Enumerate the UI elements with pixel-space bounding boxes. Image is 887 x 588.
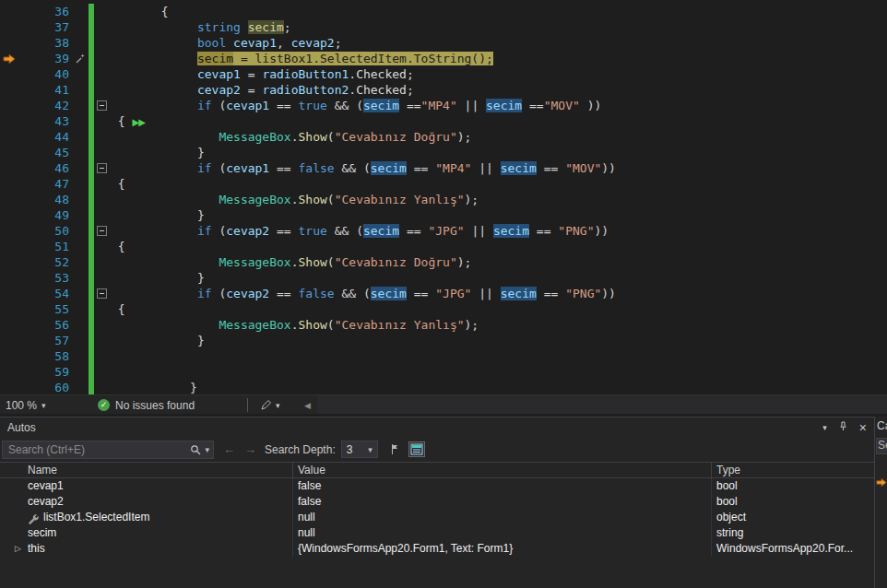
breakpoint-margin[interactable] xyxy=(0,223,18,239)
line-number[interactable]: 56 xyxy=(18,317,74,333)
code-line-55[interactable]: 55 { xyxy=(0,301,887,317)
line-number[interactable]: 36 xyxy=(18,4,74,19)
breakpoint-margin[interactable] xyxy=(0,19,18,35)
flag-icon[interactable] xyxy=(389,443,401,455)
line-number[interactable]: 38 xyxy=(18,35,74,51)
breakpoint-margin[interactable] xyxy=(0,317,18,333)
breakpoint-margin[interactable] xyxy=(0,129,18,145)
code-line-37[interactable]: 37 string secim; xyxy=(0,19,887,35)
breakpoint-margin[interactable] xyxy=(0,364,18,380)
search-next-icon[interactable]: → xyxy=(244,442,256,456)
line-number[interactable]: 57 xyxy=(18,333,74,348)
code-line-40[interactable]: 40 cevap1 = radioButton1.Checked; xyxy=(0,66,887,82)
code-line-44[interactable]: 44 MessageBox.Show("Cevabınız Doğru"); xyxy=(0,129,887,145)
breakpoint-margin[interactable] xyxy=(0,66,18,82)
autos-panel-header[interactable]: Autos ▾ × xyxy=(0,417,874,437)
line-number[interactable]: 59 xyxy=(18,364,74,380)
line-number[interactable]: 41 xyxy=(18,82,74,98)
variable-value[interactable]: false xyxy=(293,478,712,494)
side-panel-sliver[interactable]: Ca Se xyxy=(874,417,887,588)
code-health-indicator[interactable]: ✓ No issues found xyxy=(98,395,195,415)
code-line-47[interactable]: 47 { xyxy=(0,176,887,192)
line-number[interactable]: 40 xyxy=(18,66,74,82)
code-line-60[interactable]: 60 } xyxy=(0,380,887,394)
code-line-50[interactable]: 50 if (cevap2 == true && (secim == "JPG"… xyxy=(0,223,887,239)
line-number[interactable]: 50 xyxy=(18,223,74,239)
breakpoint-margin[interactable] xyxy=(0,4,18,19)
line-number[interactable]: 48 xyxy=(18,192,74,207)
code-line-49[interactable]: 49 } xyxy=(0,207,887,223)
line-number[interactable]: 58 xyxy=(18,348,74,364)
breakpoint-margin[interactable] xyxy=(0,192,18,207)
code-line-53[interactable]: 53 } xyxy=(0,270,887,286)
code-line-51[interactable]: 51 { xyxy=(0,239,887,254)
current-statement-breakpoint-icon[interactable] xyxy=(0,51,18,66)
fold-collapse-box[interactable] xyxy=(94,223,111,239)
breakpoint-margin[interactable] xyxy=(0,301,18,317)
autos-row-cevap2[interactable]: cevap2falsebool xyxy=(0,494,874,510)
autos-row-cevap1[interactable]: cevap1falsebool xyxy=(0,478,874,494)
breakpoint-margin[interactable] xyxy=(0,380,18,394)
code-line-52[interactable]: 52 MessageBox.Show("Cevabınız Doğru"); xyxy=(0,254,887,270)
search-input[interactable]: Search (Ctrl+E) ▾ xyxy=(2,441,214,459)
breakpoint-margin[interactable] xyxy=(0,348,18,364)
variable-value[interactable]: {WindowsFormsApp20.Form1, Text: Form1} xyxy=(293,541,712,557)
code-line-36[interactable]: 36 { xyxy=(0,4,887,19)
code-line-41[interactable]: 41 cevap2 = radioButton2.Checked; xyxy=(0,82,887,98)
breakpoint-margin[interactable] xyxy=(0,160,18,176)
breakpoint-margin[interactable] xyxy=(0,82,18,98)
breakpoint-margin[interactable] xyxy=(0,270,18,286)
line-number[interactable]: 42 xyxy=(18,98,74,113)
code-editor[interactable]: 36 {37 string secim;38 bool cevap1, ceva… xyxy=(0,0,887,394)
breakpoint-margin[interactable] xyxy=(0,113,18,129)
search-depth-select[interactable]: 3 ▾ xyxy=(341,441,378,458)
autos-row-listbox1-selecteditem[interactable]: listBox1.SelectedItemnullobject xyxy=(0,510,874,525)
breakpoint-margin[interactable] xyxy=(0,333,18,348)
window-position-icon[interactable]: ▾ xyxy=(822,423,827,432)
line-number[interactable]: 37 xyxy=(18,19,74,35)
variable-value[interactable]: null xyxy=(293,510,712,525)
breakpoint-margin[interactable] xyxy=(0,239,18,254)
fold-collapse-box[interactable] xyxy=(94,98,111,113)
search-icon[interactable] xyxy=(190,444,201,455)
code-line-48[interactable]: 48 MessageBox.Show("Cevabınız Yanlış"); xyxy=(0,192,887,207)
line-number[interactable]: 53 xyxy=(18,270,74,286)
line-number[interactable]: 43 xyxy=(18,113,74,129)
variable-value[interactable]: null xyxy=(293,525,712,541)
code-line-54[interactable]: 54 if (cevap2 == false && (secim == "JPG… xyxy=(0,286,887,301)
breakpoint-margin[interactable] xyxy=(0,286,18,301)
chevron-down-icon[interactable]: ▾ xyxy=(205,445,209,454)
breakpoint-margin[interactable] xyxy=(0,207,18,223)
code-line-42[interactable]: 42 if (cevap1 == true && (secim =="MP4" … xyxy=(0,98,887,113)
line-number[interactable]: 52 xyxy=(18,254,74,270)
side-panel-search[interactable]: Se xyxy=(876,438,887,454)
line-number[interactable]: 44 xyxy=(18,129,74,145)
code-line-59[interactable]: 59 xyxy=(0,364,887,380)
breakpoint-margin[interactable] xyxy=(0,176,18,192)
fold-collapse-box[interactable] xyxy=(94,160,111,176)
line-number[interactable]: 60 xyxy=(18,380,74,394)
autos-row-secim[interactable]: secimnullstring xyxy=(0,525,874,541)
code-cleanup-button[interactable]: ▾ xyxy=(260,395,280,415)
expand-chevron-icon[interactable]: ▷ xyxy=(15,541,28,557)
breakpoint-margin[interactable] xyxy=(0,98,18,113)
code-line-57[interactable]: 57 } xyxy=(0,333,887,348)
line-number[interactable]: 47 xyxy=(18,176,74,192)
close-icon[interactable]: × xyxy=(859,420,867,435)
column-header-type[interactable]: Type xyxy=(712,463,874,477)
search-prev-icon[interactable]: ← xyxy=(223,442,235,456)
zoom-control[interactable]: 100 % ▾ xyxy=(6,395,46,415)
line-number[interactable]: 45 xyxy=(18,145,74,160)
code-line-58[interactable]: 58 xyxy=(0,348,887,364)
code-line-46[interactable]: 46 if (cevap1 == false && (secim == "MP4… xyxy=(0,160,887,176)
code-line-38[interactable]: 38 bool cevap1, cevap2; xyxy=(0,35,887,51)
line-number[interactable]: 54 xyxy=(18,286,74,301)
breakpoint-margin[interactable] xyxy=(0,254,18,270)
code-line-45[interactable]: 45 } xyxy=(0,145,887,160)
breakpoint-margin[interactable] xyxy=(0,145,18,160)
breakpoint-margin[interactable] xyxy=(0,35,18,51)
scroll-left-arrow[interactable]: ◀ xyxy=(304,395,311,415)
fold-collapse-box[interactable] xyxy=(94,286,111,301)
quick-actions-wand-icon[interactable] xyxy=(74,51,89,66)
column-header-value[interactable]: Value xyxy=(293,463,712,477)
